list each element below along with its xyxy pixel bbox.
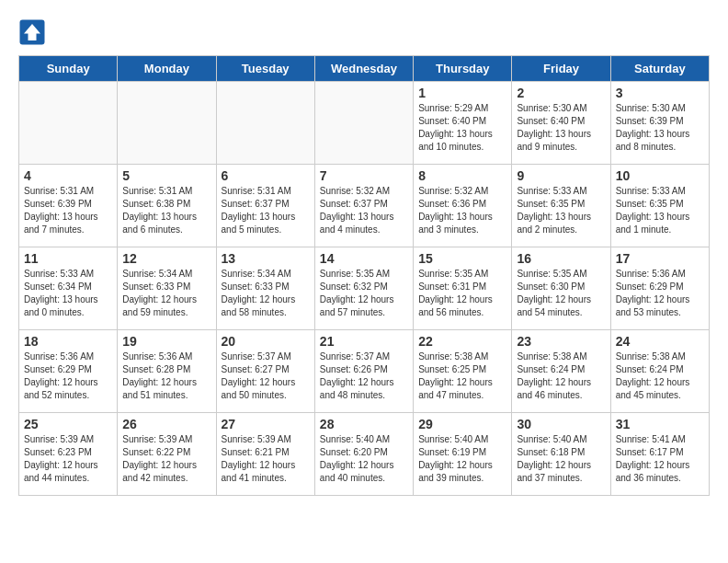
day-number: 8 — [418, 168, 506, 183]
day-cell: 12Sunrise: 5:34 AM Sunset: 6:33 PM Dayli… — [118, 247, 216, 330]
day-number: 15 — [418, 251, 506, 266]
weekday-header: Saturday — [610, 56, 709, 82]
day-info: Sunrise: 5:33 AM Sunset: 6:35 PM Dayligh… — [517, 185, 605, 236]
day-number: 31 — [616, 417, 704, 431]
day-cell: 4Sunrise: 5:31 AM Sunset: 6:39 PM Daylig… — [19, 165, 118, 247]
day-cell: 15Sunrise: 5:35 AM Sunset: 6:31 PM Dayli… — [414, 247, 512, 330]
day-number: 28 — [320, 417, 408, 431]
day-info: Sunrise: 5:35 AM Sunset: 6:31 PM Dayligh… — [418, 268, 506, 319]
week-row: 18Sunrise: 5:36 AM Sunset: 6:29 PM Dayli… — [19, 330, 710, 413]
day-info: Sunrise: 5:34 AM Sunset: 6:33 PM Dayligh… — [222, 268, 310, 319]
day-info: Sunrise: 5:34 AM Sunset: 6:33 PM Dayligh… — [122, 268, 210, 319]
day-cell: 28Sunrise: 5:40 AM Sunset: 6:20 PM Dayli… — [314, 413, 413, 496]
week-row: 25Sunrise: 5:39 AM Sunset: 6:23 PM Dayli… — [19, 413, 710, 496]
day-cell: 5Sunrise: 5:31 AM Sunset: 6:38 PM Daylig… — [118, 165, 216, 247]
day-cell: 7Sunrise: 5:32 AM Sunset: 6:37 PM Daylig… — [314, 165, 413, 247]
day-cell: 14Sunrise: 5:35 AM Sunset: 6:32 PM Dayli… — [314, 247, 413, 330]
day-cell: 23Sunrise: 5:38 AM Sunset: 6:24 PM Dayli… — [512, 330, 610, 413]
day-number: 1 — [418, 86, 506, 100]
day-number: 24 — [616, 334, 704, 349]
weekday-header: Tuesday — [216, 56, 314, 82]
day-cell — [216, 82, 314, 165]
day-info: Sunrise: 5:31 AM Sunset: 6:37 PM Dayligh… — [222, 185, 310, 236]
day-cell: 25Sunrise: 5:39 AM Sunset: 6:23 PM Dayli… — [19, 413, 118, 496]
day-info: Sunrise: 5:33 AM Sunset: 6:34 PM Dayligh… — [24, 268, 112, 319]
day-info: Sunrise: 5:39 AM Sunset: 6:23 PM Dayligh… — [24, 433, 112, 485]
day-number: 22 — [418, 334, 506, 349]
day-info: Sunrise: 5:32 AM Sunset: 6:37 PM Dayligh… — [320, 185, 408, 236]
day-cell: 27Sunrise: 5:39 AM Sunset: 6:21 PM Dayli… — [216, 413, 314, 496]
day-cell: 2Sunrise: 5:30 AM Sunset: 6:40 PM Daylig… — [512, 82, 610, 165]
day-number: 16 — [517, 251, 605, 266]
day-cell: 17Sunrise: 5:36 AM Sunset: 6:29 PM Dayli… — [610, 247, 709, 330]
day-number: 27 — [222, 417, 310, 431]
day-info: Sunrise: 5:35 AM Sunset: 6:30 PM Dayligh… — [517, 268, 605, 319]
day-number: 14 — [320, 251, 408, 266]
day-cell: 21Sunrise: 5:37 AM Sunset: 6:26 PM Dayli… — [314, 330, 413, 413]
day-cell: 24Sunrise: 5:38 AM Sunset: 6:24 PM Dayli… — [610, 330, 709, 413]
day-info: Sunrise: 5:37 AM Sunset: 6:27 PM Dayligh… — [222, 350, 310, 402]
day-number: 6 — [222, 168, 310, 183]
day-info: Sunrise: 5:35 AM Sunset: 6:32 PM Dayligh… — [320, 268, 408, 319]
day-info: Sunrise: 5:30 AM Sunset: 6:40 PM Dayligh… — [517, 102, 605, 154]
day-cell: 6Sunrise: 5:31 AM Sunset: 6:37 PM Daylig… — [216, 165, 314, 247]
day-cell: 1Sunrise: 5:29 AM Sunset: 6:40 PM Daylig… — [414, 82, 512, 165]
week-row: 11Sunrise: 5:33 AM Sunset: 6:34 PM Dayli… — [19, 247, 710, 330]
day-info: Sunrise: 5:33 AM Sunset: 6:35 PM Dayligh… — [616, 185, 704, 236]
day-number: 5 — [122, 168, 210, 183]
day-number: 29 — [418, 417, 506, 431]
day-info: Sunrise: 5:38 AM Sunset: 6:24 PM Dayligh… — [517, 350, 605, 402]
day-info: Sunrise: 5:30 AM Sunset: 6:39 PM Dayligh… — [616, 102, 704, 154]
day-cell: 29Sunrise: 5:40 AM Sunset: 6:19 PM Dayli… — [414, 413, 512, 496]
day-info: Sunrise: 5:31 AM Sunset: 6:39 PM Dayligh… — [24, 185, 112, 236]
day-cell: 26Sunrise: 5:39 AM Sunset: 6:22 PM Dayli… — [118, 413, 216, 496]
calendar-table: SundayMondayTuesdayWednesdayThursdayFrid… — [18, 55, 710, 496]
day-cell: 8Sunrise: 5:32 AM Sunset: 6:36 PM Daylig… — [414, 165, 512, 247]
day-info: Sunrise: 5:29 AM Sunset: 6:40 PM Dayligh… — [418, 102, 506, 154]
day-number: 19 — [122, 334, 210, 349]
weekday-header: Monday — [118, 56, 216, 82]
day-number: 26 — [122, 417, 210, 431]
day-number: 30 — [517, 417, 605, 431]
day-cell: 20Sunrise: 5:37 AM Sunset: 6:27 PM Dayli… — [216, 330, 314, 413]
day-cell: 3Sunrise: 5:30 AM Sunset: 6:39 PM Daylig… — [610, 82, 709, 165]
day-info: Sunrise: 5:31 AM Sunset: 6:38 PM Dayligh… — [122, 185, 210, 236]
day-cell: 13Sunrise: 5:34 AM Sunset: 6:33 PM Dayli… — [216, 247, 314, 330]
day-cell: 31Sunrise: 5:41 AM Sunset: 6:17 PM Dayli… — [610, 413, 709, 496]
day-info: Sunrise: 5:36 AM Sunset: 6:29 PM Dayligh… — [616, 268, 704, 319]
day-number: 21 — [320, 334, 408, 349]
day-number: 23 — [517, 334, 605, 349]
day-number: 4 — [24, 168, 112, 183]
day-number: 3 — [616, 86, 704, 100]
day-info: Sunrise: 5:38 AM Sunset: 6:25 PM Dayligh… — [418, 350, 506, 402]
day-cell: 11Sunrise: 5:33 AM Sunset: 6:34 PM Dayli… — [19, 247, 118, 330]
weekday-header: Wednesday — [314, 56, 413, 82]
logo-icon — [18, 18, 46, 46]
day-info: Sunrise: 5:39 AM Sunset: 6:21 PM Dayligh… — [222, 433, 310, 485]
day-cell — [314, 82, 413, 165]
day-info: Sunrise: 5:39 AM Sunset: 6:22 PM Dayligh… — [122, 433, 210, 485]
day-cell: 18Sunrise: 5:36 AM Sunset: 6:29 PM Dayli… — [19, 330, 118, 413]
day-cell: 19Sunrise: 5:36 AM Sunset: 6:28 PM Dayli… — [118, 330, 216, 413]
day-cell: 9Sunrise: 5:33 AM Sunset: 6:35 PM Daylig… — [512, 165, 610, 247]
day-cell: 22Sunrise: 5:38 AM Sunset: 6:25 PM Dayli… — [414, 330, 512, 413]
day-info: Sunrise: 5:37 AM Sunset: 6:26 PM Dayligh… — [320, 350, 408, 402]
day-cell: 30Sunrise: 5:40 AM Sunset: 6:18 PM Dayli… — [512, 413, 610, 496]
day-number: 11 — [24, 251, 112, 266]
day-info: Sunrise: 5:32 AM Sunset: 6:36 PM Dayligh… — [418, 185, 506, 236]
day-cell — [118, 82, 216, 165]
logo — [18, 18, 50, 46]
header-row: SundayMondayTuesdayWednesdayThursdayFrid… — [19, 56, 710, 82]
day-number: 7 — [320, 168, 408, 183]
day-number: 20 — [222, 334, 310, 349]
day-cell: 10Sunrise: 5:33 AM Sunset: 6:35 PM Dayli… — [610, 165, 709, 247]
page-header — [18, 18, 710, 46]
day-cell: 16Sunrise: 5:35 AM Sunset: 6:30 PM Dayli… — [512, 247, 610, 330]
day-info: Sunrise: 5:40 AM Sunset: 6:20 PM Dayligh… — [320, 433, 408, 485]
day-number: 12 — [122, 251, 210, 266]
day-info: Sunrise: 5:38 AM Sunset: 6:24 PM Dayligh… — [616, 350, 704, 402]
weekday-header: Friday — [512, 56, 610, 82]
day-info: Sunrise: 5:41 AM Sunset: 6:17 PM Dayligh… — [616, 433, 704, 485]
day-info: Sunrise: 5:36 AM Sunset: 6:28 PM Dayligh… — [122, 350, 210, 402]
day-number: 2 — [517, 86, 605, 100]
